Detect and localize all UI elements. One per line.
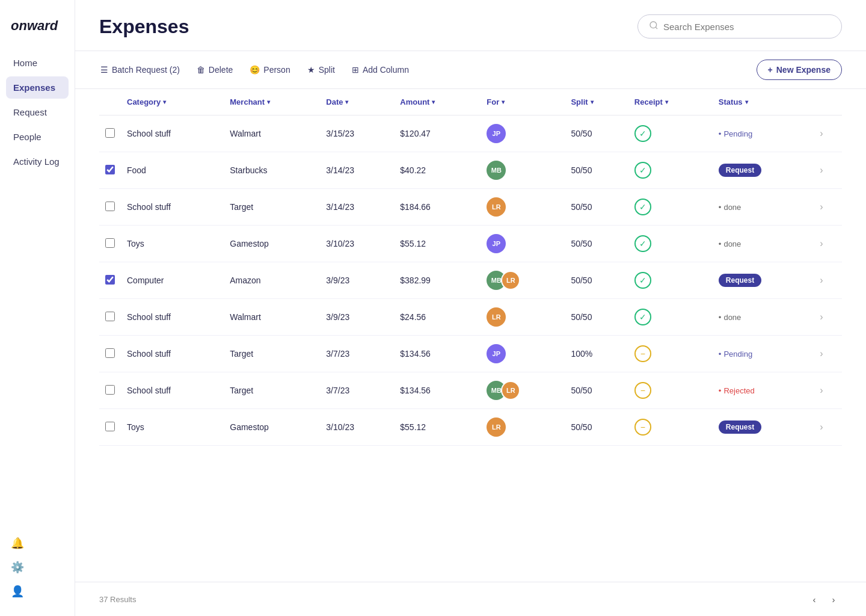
row-split: 50/50 (565, 116, 628, 152)
sidebar-item-request[interactable]: Request (6, 101, 69, 123)
row-category: Toys (121, 409, 224, 446)
row-category: School stuff (121, 299, 224, 336)
split-button[interactable]: ★ Split (306, 63, 336, 77)
table-row: ToysGamestop3/10/23$55.12JP50/50✓done› (99, 226, 842, 262)
status-badge[interactable]: Request (719, 420, 761, 434)
header-category[interactable]: Category ▾ (121, 89, 224, 116)
header-checkbox-cell (99, 89, 121, 116)
row-status: Rejected (713, 372, 814, 409)
row-receipt: ✓ (628, 116, 713, 152)
header-receipt[interactable]: Receipt ▾ (628, 89, 713, 116)
row-checkbox-cell (99, 372, 121, 409)
row-merchant: Target (224, 372, 320, 409)
table-body: School stuffWalmart3/15/23$120.47JP50/50… (99, 116, 842, 446)
receipt-minus-icon: − (634, 382, 651, 399)
row-expand[interactable]: › (814, 116, 842, 152)
person-button[interactable]: 😊 Person (248, 63, 291, 77)
notifications-icon[interactable]: 🔔 (11, 537, 64, 550)
add-column-button[interactable]: ⊞ Add Column (351, 63, 410, 77)
row-checkbox[interactable] (105, 312, 115, 321)
app-logo: onward (0, 12, 75, 52)
row-checkbox[interactable] (105, 165, 115, 174)
row-merchant: Target (224, 189, 320, 226)
row-date: 3/15/23 (320, 116, 394, 152)
row-for: MBLR (481, 262, 565, 299)
header-merchant[interactable]: Merchant ▾ (224, 89, 320, 116)
row-amount: $24.56 (394, 299, 481, 336)
profile-icon[interactable]: 👤 (11, 585, 64, 598)
row-date: 3/14/23 (320, 189, 394, 226)
table-row: School stuffWalmart3/15/23$120.47JP50/50… (99, 116, 842, 152)
row-split: 50/50 (565, 372, 628, 409)
row-amount: $134.56 (394, 372, 481, 409)
row-status: done (713, 189, 814, 226)
sidebar-item-home[interactable]: Home (6, 52, 69, 74)
settings-icon[interactable]: ⚙️ (11, 561, 64, 574)
sidebar: onward HomeExpensesRequestPeopleActivity… (0, 0, 75, 616)
row-category: Toys (121, 226, 224, 262)
row-split: 50/50 (565, 299, 628, 336)
row-amount: $120.47 (394, 116, 481, 152)
row-expand[interactable]: › (814, 372, 842, 409)
row-checkbox[interactable] (105, 385, 115, 395)
header-split[interactable]: Split ▾ (565, 89, 628, 116)
receipt-check-icon: ✓ (634, 125, 651, 142)
delete-icon: 🗑 (197, 65, 205, 75)
sidebar-item-expenses[interactable]: Expenses (6, 76, 69, 99)
new-expense-button[interactable]: + New Expense (757, 60, 842, 80)
header-chevron-cell (814, 89, 842, 116)
status-badge[interactable]: Request (719, 274, 761, 287)
row-status: Pending (713, 336, 814, 372)
row-checkbox[interactable] (105, 348, 115, 358)
receipt-check-icon: ✓ (634, 162, 651, 179)
row-expand[interactable]: › (814, 299, 842, 336)
table-row: School stuffTarget3/14/23$184.66LR50/50✓… (99, 189, 842, 226)
next-page-button[interactable]: › (825, 591, 842, 608)
header-status[interactable]: Status ▾ (713, 89, 814, 116)
row-checkbox[interactable] (105, 202, 115, 211)
table-row: School stuffTarget3/7/23$134.56JP100%−Pe… (99, 336, 842, 372)
avatar: LR (487, 417, 506, 437)
status-badge[interactable]: Request (719, 164, 761, 177)
plus-icon: + (768, 65, 773, 75)
row-checkbox[interactable] (105, 238, 115, 248)
status-text: done (719, 239, 741, 248)
batch-icon: ☰ (100, 65, 108, 75)
row-checkbox-cell (99, 116, 121, 152)
row-checkbox[interactable] (105, 422, 115, 431)
row-checkbox-cell (99, 409, 121, 446)
row-expand[interactable]: › (814, 189, 842, 226)
header-date[interactable]: Date ▾ (320, 89, 394, 116)
expenses-table: Category ▾ Merchant ▾ Date ▾ Amount ▾ Fo… (99, 89, 842, 446)
row-split: 50/50 (565, 152, 628, 189)
row-for: LR (481, 189, 565, 226)
row-expand[interactable]: › (814, 226, 842, 262)
sidebar-item-activity-log[interactable]: Activity Log (6, 150, 69, 173)
row-split: 50/50 (565, 409, 628, 446)
receipt-minus-icon: − (634, 419, 651, 436)
sidebar-item-people[interactable]: People (6, 126, 69, 148)
row-category: School stuff (121, 116, 224, 152)
row-expand[interactable]: › (814, 262, 842, 299)
avatar: LR (501, 381, 520, 400)
delete-button[interactable]: 🗑 Delete (195, 63, 234, 77)
search-icon (649, 20, 659, 32)
header-amount[interactable]: Amount ▾ (394, 89, 481, 116)
row-checkbox[interactable] (105, 275, 115, 285)
header-for[interactable]: For ▾ (481, 89, 565, 116)
search-input[interactable] (663, 22, 831, 32)
search-box (637, 14, 842, 38)
receipt-minus-icon: − (634, 345, 651, 362)
row-category: School stuff (121, 189, 224, 226)
batch-request-button[interactable]: ☰ Batch Request (2) (99, 63, 181, 77)
prev-page-button[interactable]: ‹ (806, 591, 823, 608)
row-checkbox[interactable] (105, 128, 115, 138)
row-checkbox-cell (99, 299, 121, 336)
row-expand[interactable]: › (814, 336, 842, 372)
sidebar-nav: HomeExpensesRequestPeopleActivity Log (0, 52, 75, 531)
receipt-check-icon: ✓ (634, 199, 651, 215)
row-checkbox-cell (99, 226, 121, 262)
status-text: done (719, 203, 741, 212)
row-expand[interactable]: › (814, 152, 842, 189)
row-expand[interactable]: › (814, 409, 842, 446)
